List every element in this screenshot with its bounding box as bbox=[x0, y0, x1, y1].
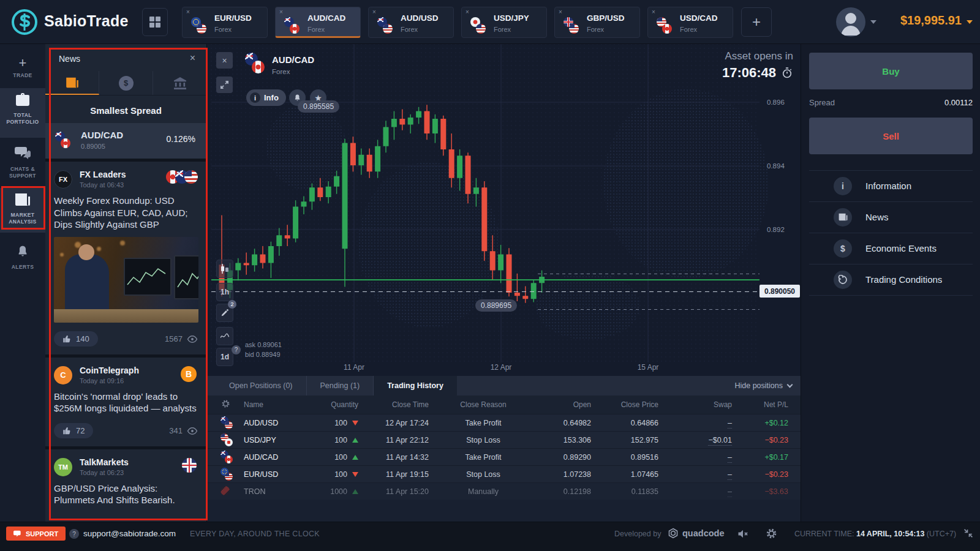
news-article[interactable]: FX FX Leaders Today at 06:43 Weekly Fore… bbox=[45, 162, 206, 354]
table-row[interactable]: EUR/USD 100 11 Apr 19:15 Stop Loss 1.072… bbox=[207, 465, 801, 482]
close-icon[interactable]: × bbox=[466, 9, 469, 15]
row-close-reason: Manually bbox=[437, 487, 529, 496]
svg-text:0.896: 0.896 bbox=[767, 99, 785, 106]
balance-amount[interactable]: $19,995.91 bbox=[885, 13, 962, 28]
smallest-spread-title: Smallest Spread bbox=[45, 96, 206, 123]
table-row[interactable]: USD/JPY 100 11 Apr 22:12 Stop Loss 153.3… bbox=[207, 431, 801, 448]
chart-resize-button[interactable] bbox=[216, 77, 233, 93]
news-tab-central-banks[interactable] bbox=[153, 71, 206, 95]
chart-area[interactable]: 0.8960.8940.89211 Apr12 Apr15 Apr × AUD/… bbox=[207, 44, 801, 376]
workspace-grid-button[interactable] bbox=[142, 8, 168, 36]
spread-price: 0.89005 bbox=[81, 143, 105, 150]
sidebar-item-alerts[interactable]: ALERTS bbox=[0, 240, 45, 276]
mute-button[interactable] bbox=[737, 528, 750, 541]
add-asset-button[interactable]: + bbox=[741, 7, 772, 37]
tab-open-positions[interactable]: Open Positions (0) bbox=[216, 376, 307, 395]
close-icon[interactable]: × bbox=[279, 9, 283, 15]
row-open: 0.64982 bbox=[529, 419, 600, 427]
help-icon[interactable]: ? bbox=[232, 345, 241, 354]
info-button[interactable]: i Info bbox=[246, 89, 286, 106]
svg-text:0.894: 0.894 bbox=[767, 162, 785, 170]
jp-flag-icon bbox=[225, 438, 233, 446]
sidebar-item-label: ALERTS bbox=[0, 264, 45, 271]
col-close-price: Close Price bbox=[600, 400, 667, 409]
hide-positions-button[interactable]: Hide positions bbox=[734, 376, 792, 395]
settings-button[interactable] bbox=[766, 528, 779, 541]
news-panel-title: News bbox=[59, 54, 80, 64]
chart-pair-market: Forex bbox=[272, 68, 290, 75]
asset-opens-label: Asset opens in bbox=[722, 50, 793, 62]
likes-button[interactable]: 72 bbox=[54, 423, 93, 438]
row-close-time: 12 Apr 17:24 bbox=[367, 419, 437, 427]
left-sidebar: + TRADE TOTAL PORTFOLIO CHATS & SUPPORT … bbox=[0, 44, 45, 522]
avatar-menu-caret[interactable] bbox=[870, 20, 876, 24]
table-row[interactable]: TRON 1000 11 Apr 15:20 Manually 0.12198 … bbox=[207, 482, 801, 500]
asset-opens-block: Asset opens in 17:06:48 bbox=[722, 50, 793, 81]
close-icon[interactable]: × bbox=[559, 9, 562, 15]
row-close-price: 0.11835 bbox=[600, 487, 667, 496]
menu-item-information[interactable]: i Information bbox=[809, 170, 973, 201]
quadcode-logo: quadcode bbox=[668, 528, 724, 539]
ca-flag-icon bbox=[662, 24, 672, 34]
top-bar: SabioTrade × EUR/USD Forex × AUD/CAD For… bbox=[0, 0, 980, 44]
chart-close-button[interactable]: × bbox=[216, 52, 233, 69]
table-row[interactable]: AUD/USD 100 12 Apr 17:24 Take Profit 0.6… bbox=[207, 414, 801, 431]
fullscreen-button[interactable] bbox=[963, 528, 976, 541]
news-article[interactable]: C CoinTelegraph Today at 09:16 B Bitcoin… bbox=[45, 358, 206, 446]
svg-text:0.892: 0.892 bbox=[767, 226, 785, 233]
news-article[interactable]: TM TalkMarkets Today at 06:23 GBP/USD Pr… bbox=[45, 449, 206, 512]
pencil-icon bbox=[221, 309, 229, 317]
sidebar-item-chats-support[interactable]: CHATS & SUPPORT bbox=[0, 141, 45, 185]
dollar-icon: $ bbox=[834, 239, 852, 258]
support-email-link[interactable]: support@sabiotrade.com bbox=[83, 529, 176, 538]
hide-positions-label: Hide positions bbox=[734, 381, 783, 390]
timeframe-1d-button[interactable]: 1d bbox=[216, 348, 233, 366]
tab-audcad[interactable]: × AUD/CAD Forex bbox=[275, 7, 361, 38]
sell-button[interactable]: Sell bbox=[809, 118, 973, 154]
row-swap: – bbox=[728, 453, 732, 463]
support-button[interactable]: SUPPORT bbox=[6, 527, 66, 541]
thumb-up-icon bbox=[62, 334, 72, 343]
menu-item-economic-events[interactable]: $ Economic Events bbox=[809, 233, 973, 264]
eye-icon bbox=[187, 335, 198, 343]
close-icon[interactable]: × bbox=[190, 53, 195, 64]
table-settings-button[interactable] bbox=[207, 399, 244, 410]
tab-eurusd[interactable]: × EUR/USD Forex bbox=[182, 7, 268, 38]
app-window: SabioTrade × EUR/USD Forex × AUD/CAD For… bbox=[0, 0, 980, 551]
table-row[interactable]: AUD/CAD 100 11 Apr 14:32 Take Profit 0.8… bbox=[207, 448, 801, 465]
close-icon[interactable]: × bbox=[186, 9, 190, 15]
row-open: 0.89290 bbox=[529, 453, 600, 462]
row-swap: −$0.01 bbox=[708, 436, 732, 446]
close-icon[interactable]: × bbox=[652, 9, 655, 15]
row-pair: AUD/CAD bbox=[244, 453, 309, 462]
chart-type-button[interactable] bbox=[216, 260, 233, 278]
likes-button[interactable]: 140 bbox=[54, 331, 98, 347]
eye-icon bbox=[187, 427, 198, 435]
tab-usdcad[interactable]: × USD/CAD Forex bbox=[647, 7, 733, 38]
tab-pending[interactable]: Pending (1) bbox=[307, 376, 374, 395]
tab-gbpusd[interactable]: × GBP/USD Forex bbox=[554, 7, 640, 38]
gear-icon bbox=[766, 528, 777, 539]
tab-usdjpy[interactable]: × USD/JPY Forex bbox=[461, 7, 547, 38]
menu-item-trading-conditions[interactable]: Trading Conditions bbox=[809, 264, 973, 295]
menu-item-news[interactable]: News bbox=[809, 201, 973, 233]
sidebar-item-total-portfolio[interactable]: TOTAL PORTFOLIO bbox=[0, 88, 45, 138]
buy-button[interactable]: Buy bbox=[809, 53, 973, 89]
chat-icon bbox=[13, 530, 22, 538]
col-net-pl: Net P/L bbox=[747, 400, 797, 409]
news-tab-economic[interactable]: $ bbox=[99, 71, 153, 95]
news-tab-articles[interactable] bbox=[45, 71, 99, 95]
current-price-tag: 0.890050 bbox=[760, 285, 800, 298]
avatar[interactable] bbox=[836, 7, 865, 37]
tab-trading-history[interactable]: Trading History bbox=[374, 376, 457, 395]
sidebar-item-market-analysis[interactable]: MARKET ANALYSIS bbox=[0, 188, 45, 233]
indicators-button[interactable] bbox=[216, 327, 233, 345]
sidebar-item-trade[interactable]: + TRADE bbox=[0, 52, 45, 86]
tab-audusd[interactable]: × AUD/USD Forex bbox=[368, 7, 454, 38]
close-icon[interactable]: × bbox=[372, 9, 376, 15]
timeframe-1h-button[interactable]: 1h bbox=[216, 283, 233, 301]
menu-label: Information bbox=[865, 181, 911, 191]
current-time-label: CURRENT TIME: bbox=[794, 530, 854, 538]
balance-caret[interactable] bbox=[967, 20, 973, 24]
smallest-spread-row[interactable]: AUD/CAD 0.89005 0.126% bbox=[45, 123, 206, 159]
